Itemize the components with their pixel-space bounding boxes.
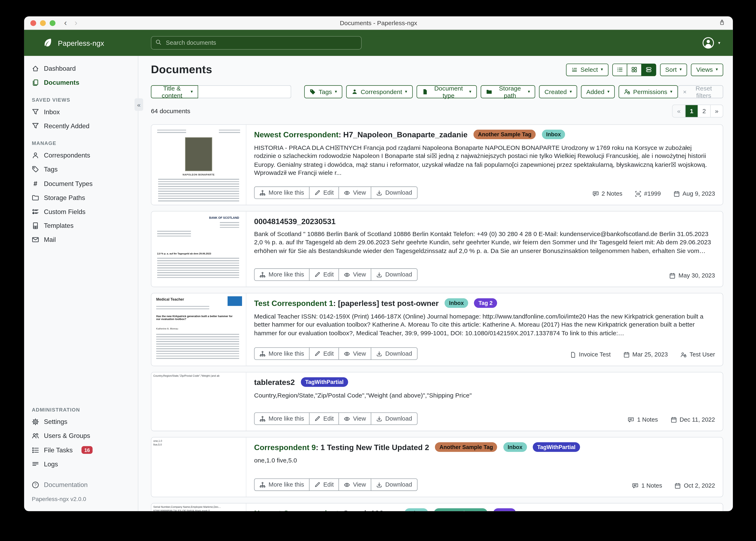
tags-filter-button[interactable]: Tags ▾ — [304, 85, 342, 98]
pagination-page-2[interactable]: 2 — [698, 105, 710, 117]
sidebar-item-document-types[interactable]: # Document Types — [24, 176, 138, 191]
download-button[interactable]: Download — [371, 478, 417, 491]
sidebar-item-tags[interactable]: Tags — [24, 162, 138, 176]
sidebar-item-correspondents[interactable]: Correspondents — [24, 149, 138, 163]
document-title[interactable]: Newest Correspondent: Sample100.csv Inbo… — [254, 509, 715, 511]
sidebar-item-inbox[interactable]: Inbox — [24, 105, 138, 119]
view-button[interactable]: View — [339, 269, 371, 281]
document-title[interactable]: Correspondent 9: 1 Testing New Title Upd… — [254, 443, 715, 453]
created-filter-button[interactable]: Created ▾ — [539, 85, 577, 98]
app-brand[interactable]: Paperless-ngx — [43, 38, 104, 48]
edit-button[interactable]: Edit — [309, 269, 339, 281]
document-correspondent-link[interactable]: Newest Correspondent — [254, 509, 338, 511]
share-icon[interactable] — [719, 19, 725, 25]
more-like-this-button[interactable]: More like this — [254, 269, 309, 281]
sidebar-collapse-button[interactable]: « — [135, 98, 143, 111]
sidebar-item-settings[interactable]: Settings — [24, 415, 138, 429]
pagination-page-1[interactable]: 1 — [685, 105, 698, 117]
sidebar-item-label: Mail — [44, 236, 56, 243]
tag-pill[interactable]: TagWithPartial — [533, 442, 580, 452]
notes-icon — [592, 191, 599, 197]
notes-icon — [632, 482, 638, 489]
tag-pill[interactable]: Inbox — [445, 298, 468, 308]
added-filter-button[interactable]: Added ▾ — [581, 85, 615, 98]
tag-pill[interactable]: Tag 2 — [493, 508, 516, 511]
document-thumbnail[interactable]: one,1.0 five,5.0 — [151, 437, 246, 497]
document-title[interactable]: Newest Correspondent: H7_Napoleon_Bonapa… — [254, 130, 715, 140]
storage-path-filter-button[interactable]: Storage path ▾ — [481, 85, 535, 98]
notes-icon — [628, 416, 634, 423]
sidebar-item-mail[interactable]: Mail — [24, 233, 138, 247]
sidebar-item-users-groups[interactable]: Users & Groups — [24, 429, 138, 443]
document-title[interactable]: 0004814539_20230531 — [254, 217, 715, 227]
edit-button[interactable]: Edit — [309, 347, 339, 360]
list-view-button[interactable] — [612, 63, 627, 76]
correspondent-filter-button[interactable]: Correspondent ▾ — [346, 85, 412, 98]
more-like-this-button[interactable]: More like this — [254, 186, 309, 199]
view-button[interactable]: View — [339, 186, 371, 199]
download-button[interactable]: Download — [371, 269, 417, 281]
view-button[interactable]: View — [339, 347, 371, 360]
sidebar-item-documentation[interactable]: Documentation — [24, 478, 138, 492]
tag-pill[interactable]: Another Sample Tag — [435, 442, 497, 452]
document-correspondent-link[interactable]: Test Correspondent 1 — [254, 299, 333, 307]
grid-view-button[interactable] — [627, 63, 641, 76]
download-button[interactable]: Download — [371, 347, 417, 360]
edit-button[interactable]: Edit — [309, 478, 339, 491]
document-thumbnail[interactable]: BANK OF SCOTLAND 2,0 % p. a. auf Ihr Tag… — [151, 212, 246, 287]
edit-button[interactable]: Edit — [309, 186, 339, 199]
titlebar: ‹ › Documents - Paperless-ngx — [24, 16, 733, 30]
view-button[interactable]: View — [339, 412, 371, 425]
sort-button[interactable]: Sort ▾ — [660, 63, 687, 76]
more-like-this-icon — [259, 482, 266, 488]
sidebar-item-documents[interactable]: Documents — [24, 76, 138, 90]
sidebar-item-recently-added[interactable]: Recently Added — [24, 119, 138, 133]
tag-pill[interactable]: Inbox — [405, 508, 428, 511]
sidebar-item-logs[interactable]: Logs — [24, 457, 138, 471]
search-input[interactable] — [151, 36, 361, 50]
permissions-filter-button[interactable]: Permissions ▾ — [619, 85, 678, 98]
title-content-dropdown-button[interactable]: Title & content ▾ — [151, 85, 198, 98]
tag-pill[interactable]: Tag 2 — [474, 298, 497, 308]
views-button[interactable]: Views ▾ — [691, 63, 723, 76]
download-button[interactable]: Download — [371, 186, 417, 199]
document-thumbnail[interactable]: Medical Teacher Has the new Kirkpatrick … — [151, 293, 246, 366]
reset-filters-button[interactable]: × Reset filters — [678, 85, 723, 98]
tag-pill[interactable]: TagWithPartial — [301, 377, 348, 387]
document-thumbnail[interactable]: Serial Number,Company Name,Employee Mark… — [151, 503, 246, 511]
tag-pill[interactable]: Test Another Tag — [434, 508, 487, 511]
document-title[interactable]: Test Correspondent 1: [paperless] test p… — [254, 299, 715, 309]
sidebar-item-storage-paths[interactable]: Storage Paths — [24, 191, 138, 205]
edit-button[interactable]: Edit — [309, 412, 339, 425]
more-like-this-button[interactable]: More like this — [254, 347, 309, 360]
tag-pill[interactable]: Another Sample Tag — [474, 130, 536, 139]
notes-meta[interactable]: 1 Notes — [632, 482, 662, 489]
more-like-this-button[interactable]: More like this — [254, 412, 309, 425]
detail-view-button[interactable] — [641, 63, 656, 76]
notes-meta[interactable]: 1 Notes — [628, 416, 658, 423]
notes-meta[interactable]: 2 Notes — [592, 190, 622, 197]
sidebar-item-custom-fields[interactable]: Custom Fields — [24, 205, 138, 219]
pagination-last[interactable]: » — [710, 105, 723, 117]
sidebar-item-templates[interactable]: Templates — [24, 219, 138, 233]
sidebar-item-file-tasks[interactable]: File Tasks 16 — [24, 443, 138, 457]
document-correspondent-link[interactable]: Newest Correspondent — [254, 131, 338, 139]
document-title[interactable]: tablerates2 TagWithPartial — [254, 378, 715, 388]
document-count: 64 documents — [151, 107, 190, 115]
document-type-filter-button[interactable]: Document type ▾ — [416, 85, 477, 98]
detail-view-icon — [645, 66, 652, 73]
pagination-first[interactable]: « — [673, 105, 685, 117]
user-menu[interactable]: ▾ — [702, 37, 720, 49]
more-like-this-button[interactable]: More like this — [254, 478, 309, 491]
document-thumbnail[interactable]: NAPOLEON BONAPARTE — [151, 125, 246, 205]
title-content-input[interactable] — [198, 85, 291, 98]
document-thumbnail[interactable]: Country,Region/State,"Zip/Postal Code","… — [151, 372, 246, 431]
document-correspondent-link[interactable]: Correspondent 9 — [254, 443, 316, 451]
sidebar-item-label: Inbox — [44, 109, 60, 116]
select-button[interactable]: Select ▾ — [566, 63, 608, 76]
view-button[interactable]: View — [339, 478, 371, 491]
tag-pill[interactable]: Inbox — [503, 442, 527, 452]
tag-pill[interactable]: Inbox — [542, 130, 565, 139]
download-button[interactable]: Download — [371, 412, 417, 425]
sidebar-item-dashboard[interactable]: Dashboard — [24, 62, 138, 76]
